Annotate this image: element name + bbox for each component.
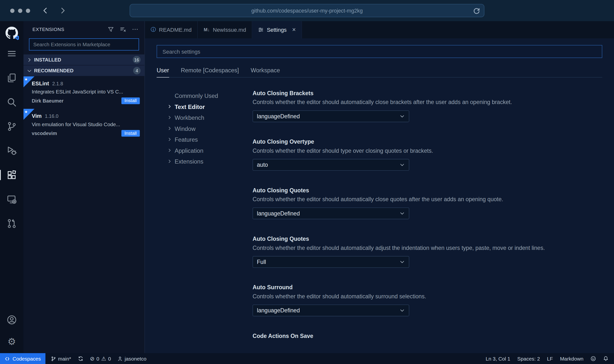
hamburger-icon xyxy=(7,48,17,59)
toc-features[interactable]: Features xyxy=(167,134,253,145)
count-badge: 4 xyxy=(133,67,140,74)
back-icon[interactable] xyxy=(42,7,49,14)
chevron-down-icon xyxy=(399,114,405,119)
setting-item: Auto Closing Brackets Controls whether t… xyxy=(253,90,602,122)
filter-icon[interactable] xyxy=(108,26,114,32)
more-actions-icon[interactable]: ⋯ xyxy=(132,26,138,32)
install-button[interactable]: Install xyxy=(121,97,140,104)
setting-title: Auto Closing Quotes xyxy=(253,187,602,193)
language-mode[interactable]: Markdown xyxy=(560,356,583,362)
menu-button[interactable] xyxy=(0,48,24,59)
vscode-badge-icon xyxy=(14,35,19,40)
setting-item: Auto Closing Quotes Controls whether the… xyxy=(253,187,602,219)
search-button[interactable] xyxy=(0,97,24,107)
recommended-ribbon-icon: ★ xyxy=(24,109,35,120)
tab-label: Settings xyxy=(267,27,287,33)
scope-tab-remote[interactable]: Remote [Codespaces] xyxy=(181,67,239,77)
setting-dropdown[interactable]: languageDefined xyxy=(253,304,409,316)
scope-tab-user[interactable]: User xyxy=(157,67,169,77)
status-bar: Codespaces main* ⊘ 0 ⚠ 0 jasonetco Ln 3,… xyxy=(0,353,614,364)
eol-indicator[interactable]: LF xyxy=(547,356,553,362)
tab-label: NewIssue.md xyxy=(213,27,246,33)
tab-newissue[interactable]: M↓ NewIssue.md xyxy=(198,21,252,38)
sync-button[interactable] xyxy=(78,356,83,361)
extensions-search-input[interactable] xyxy=(32,41,136,48)
setting-dropdown[interactable]: Full xyxy=(253,256,409,268)
search-icon xyxy=(7,97,17,107)
chevron-down-icon xyxy=(27,68,32,73)
extension-description: Integrates ESLint JavaScript into VS C..… xyxy=(32,89,140,95)
git-branch-icon xyxy=(51,356,56,361)
remote-explorer-button[interactable] xyxy=(0,194,24,204)
source-control-button[interactable] xyxy=(0,121,24,131)
account-button[interactable] xyxy=(0,315,24,325)
section-installed[interactable]: INSTALLED 16 xyxy=(24,54,145,65)
tab-readme[interactable]: ⓘ README.md xyxy=(145,21,198,38)
install-button[interactable]: Install xyxy=(121,130,140,136)
extension-item-eslint[interactable]: ★ ESLint 2.1.8 Integrates ESLint JavaScr… xyxy=(24,76,145,109)
window-controls[interactable] xyxy=(10,8,30,13)
window-dot-icon[interactable] xyxy=(26,8,30,13)
github-pr-button[interactable] xyxy=(0,218,24,228)
extension-item-vim[interactable]: ★ Vim 1.16.0 Vim emulation for Visual St… xyxy=(24,109,145,141)
error-icon: ⊘ xyxy=(90,356,94,361)
forward-icon[interactable] xyxy=(59,7,66,14)
extensions-sidebar: EXTENSIONS ⋯ INSTALLED 16 RECOMMENDED 4 xyxy=(24,21,145,353)
settings-search-input[interactable] xyxy=(162,48,597,55)
notifications-bell-icon[interactable] xyxy=(603,356,608,361)
setting-title: Auto Closing Brackets xyxy=(253,90,602,96)
info-icon: ⓘ xyxy=(151,26,156,33)
run-debug-button[interactable] xyxy=(0,146,24,156)
toc-workbench[interactable]: Workbench xyxy=(167,112,253,123)
section-recommended[interactable]: RECOMMENDED 4 xyxy=(24,65,145,76)
scope-tab-workspace[interactable]: Workspace xyxy=(251,67,280,77)
files-icon xyxy=(7,73,17,83)
feedback-icon[interactable] xyxy=(590,356,596,361)
extension-version: 1.16.0 xyxy=(45,114,58,119)
toc-application[interactable]: Application xyxy=(167,145,253,156)
extension-author: vscodevim xyxy=(32,131,121,136)
activity-bar: ⚙ xyxy=(0,21,24,353)
setting-dropdown[interactable]: languageDefined xyxy=(253,208,409,219)
chevron-right-icon xyxy=(167,126,172,131)
reload-icon[interactable] xyxy=(473,7,480,15)
address-bar[interactable]: github.com/codespaces/user-my-project-mg… xyxy=(130,4,484,17)
chevron-right-icon xyxy=(167,104,172,109)
cursor-position[interactable]: Ln 3, Col 1 xyxy=(486,356,510,362)
settings-gear-button[interactable]: ⚙ xyxy=(0,337,24,347)
codespaces-remote-button[interactable]: Codespaces xyxy=(0,353,46,364)
toc-text-editor[interactable]: Text Editor xyxy=(167,101,253,112)
setting-dropdown[interactable]: languageDefined xyxy=(253,110,409,122)
toc-extensions[interactable]: Extensions xyxy=(167,156,253,167)
github-codespaces-logo-icon xyxy=(5,27,18,39)
setting-dropdown[interactable]: auto xyxy=(253,159,409,171)
settings-scope-tabs: User Remote [Codespaces] Workspace xyxy=(157,67,602,77)
setting-item: Auto Closing Overtype Controls whether t… xyxy=(253,139,602,171)
chevron-right-icon xyxy=(27,57,32,62)
user-indicator[interactable]: jasonetco xyxy=(118,356,146,362)
git-branch-icon xyxy=(7,121,17,131)
workbench: ⚙ EXTENSIONS ⋯ INSTALLED 16 xyxy=(0,21,614,353)
app-window: github.com/codespaces/user-my-project-mg… xyxy=(0,0,614,364)
close-icon[interactable]: × xyxy=(292,26,296,33)
setting-description: Controls whether the editor should autom… xyxy=(253,196,602,202)
chevron-down-icon xyxy=(399,259,405,265)
chevron-down-icon xyxy=(399,162,405,167)
setting-title: Auto Closing Overtype xyxy=(253,139,602,145)
chevron-down-icon xyxy=(399,308,405,313)
window-dot-icon[interactable] xyxy=(10,8,15,13)
warning-icon: ⚠ xyxy=(101,356,106,361)
clear-search-icon[interactable] xyxy=(120,26,126,32)
indentation[interactable]: Spaces: 2 xyxy=(517,356,540,362)
toc-window[interactable]: Window xyxy=(167,123,253,134)
toc-commonly-used[interactable]: Commonly Used xyxy=(167,90,253,101)
extension-author: Dirk Baeumer xyxy=(32,98,121,104)
setting-description: Controls whether the editor should autom… xyxy=(253,99,602,105)
chevron-right-icon xyxy=(167,115,172,120)
branch-indicator[interactable]: main* xyxy=(51,356,71,362)
window-dot-icon[interactable] xyxy=(18,8,22,13)
explorer-button[interactable] xyxy=(0,73,24,83)
tab-settings[interactable]: Settings × xyxy=(252,21,302,38)
extensions-button[interactable] xyxy=(0,170,24,180)
problems-indicator[interactable]: ⊘ 0 ⚠ 0 xyxy=(90,356,111,362)
